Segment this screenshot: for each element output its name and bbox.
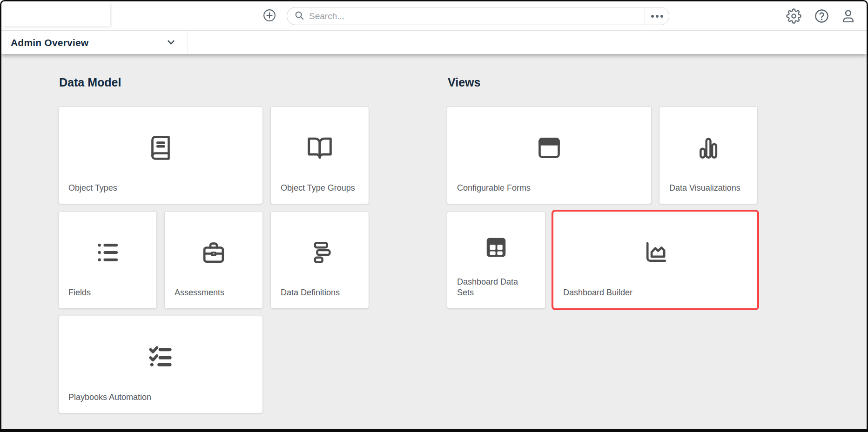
table-icon xyxy=(447,212,545,277)
plus-circle-icon xyxy=(262,8,276,24)
page-title: Admin Overview xyxy=(11,31,88,54)
header-divider xyxy=(188,31,188,54)
bar-chart-icon xyxy=(659,107,757,183)
area-chart-icon xyxy=(553,212,757,287)
gear-icon xyxy=(786,8,801,25)
card-label: Object Types xyxy=(68,183,253,193)
card-label: Dashboard Builder xyxy=(563,287,748,298)
search-icon xyxy=(287,10,304,22)
card-fields[interactable]: Fields xyxy=(58,211,157,309)
user-icon xyxy=(841,8,856,25)
briefcase-icon xyxy=(165,212,262,287)
search-bar xyxy=(287,7,669,25)
data-model-grid: Object Types Object Type Groups xyxy=(58,106,384,413)
card-label: Assessments xyxy=(175,287,253,298)
add-button[interactable] xyxy=(262,8,277,23)
card-label: Dashboard Data Sets xyxy=(457,277,536,298)
card-label: Data Definitions xyxy=(281,287,359,298)
card-label: Object Type Groups xyxy=(281,183,359,193)
window-icon xyxy=(447,107,651,183)
search-options-button[interactable] xyxy=(645,7,669,25)
data-definitions-icon xyxy=(271,212,369,287)
card-dashboard-data-sets[interactable]: Dashboard Data Sets xyxy=(447,211,545,309)
section-views: Views Configurable Forms xyxy=(447,76,773,309)
card-data-visualizations[interactable]: Data Visualizations xyxy=(659,106,758,204)
card-playbooks-automation[interactable]: Playbooks Automation xyxy=(58,316,263,413)
card-dashboard-builder[interactable]: Dashboard Builder xyxy=(553,211,758,309)
section-title: Data Model xyxy=(59,76,384,89)
help-icon xyxy=(814,8,829,25)
logo-tab xyxy=(1,1,110,27)
card-data-definitions[interactable]: Data Definitions xyxy=(270,211,369,309)
card-object-type-groups[interactable]: Object Type Groups xyxy=(270,106,369,204)
page-title-dropdown[interactable] xyxy=(164,36,177,49)
list-icon xyxy=(59,212,156,287)
card-label: Data Visualizations xyxy=(669,183,748,193)
help-button[interactable] xyxy=(813,8,830,25)
card-assessments[interactable]: Assessments xyxy=(164,211,263,309)
open-book-icon xyxy=(271,107,369,183)
card-label: Fields xyxy=(68,287,147,298)
checklist-icon xyxy=(59,316,262,392)
card-configurable-forms[interactable]: Configurable Forms xyxy=(447,106,652,204)
page-header-bar: Admin Overview xyxy=(1,31,867,54)
chevron-down-icon xyxy=(165,36,177,50)
views-grid: Configurable Forms Data Visualizations xyxy=(447,106,773,309)
section-data-model: Data Model Object Types xyxy=(58,76,384,413)
settings-button[interactable] xyxy=(785,8,802,25)
card-object-types[interactable]: Object Types xyxy=(58,106,263,204)
card-label: Configurable Forms xyxy=(457,183,642,193)
search-input[interactable] xyxy=(309,11,645,21)
user-menu-button[interactable] xyxy=(840,8,856,25)
top-bar xyxy=(1,1,867,31)
ellipsis-icon xyxy=(651,15,663,18)
section-title: Views xyxy=(448,76,773,89)
card-label: Playbooks Automation xyxy=(68,392,253,403)
book-icon xyxy=(59,107,262,183)
app-window: Admin Overview Data Model xyxy=(0,0,868,432)
